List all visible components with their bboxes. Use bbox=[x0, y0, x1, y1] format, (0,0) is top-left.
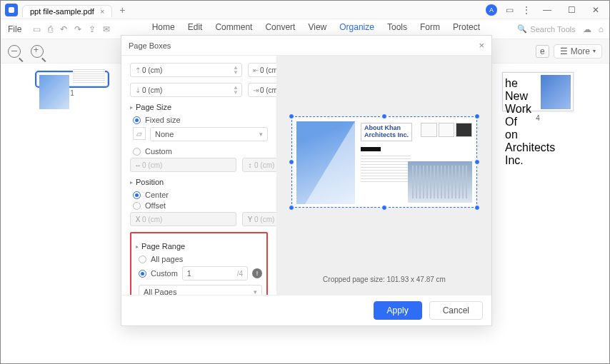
undo-icon[interactable]: ↶ bbox=[60, 24, 67, 34]
hamburger-icon: ☰ bbox=[560, 46, 568, 56]
apply-button[interactable]: Apply bbox=[374, 301, 422, 320]
menu-organize[interactable]: Organize bbox=[339, 22, 374, 36]
crop-handle[interactable] bbox=[474, 159, 480, 165]
margin-bottom-icon: ⇣ bbox=[134, 86, 142, 94]
radio-icon bbox=[133, 191, 141, 199]
custom-height-field: ↕ bbox=[242, 158, 277, 172]
crop-handle[interactable] bbox=[289, 159, 294, 165]
home-icon[interactable]: ⌂ bbox=[599, 24, 604, 34]
radio-icon bbox=[133, 148, 141, 156]
tab-title: ppt file-sample.pdf bbox=[30, 7, 94, 16]
section-page-size: Page Size bbox=[136, 103, 171, 111]
menu-protect[interactable]: Protect bbox=[453, 22, 480, 36]
save-icon[interactable]: ▭ bbox=[33, 24, 41, 34]
share-icon[interactable]: ⇪ bbox=[89, 24, 96, 34]
page-size-select[interactable]: None▾ bbox=[150, 127, 268, 141]
thumb-1-wrap: About KhanArchitects Inc. 1 bbox=[36, 72, 108, 97]
page-boxes-dialog: Page Boxes × ⇡▲▼ ⇤▲▼ ⇣▲▼ ⇥▲▼ ▸Page Size … bbox=[121, 35, 492, 326]
radio-all-pages[interactable]: All pages bbox=[139, 255, 262, 263]
toggle-e-icon[interactable]: e bbox=[536, 45, 549, 58]
margin-bottom-field[interactable]: ⇣▲▼ bbox=[130, 83, 242, 97]
margin-top-field[interactable]: ⇡▲▼ bbox=[130, 63, 242, 77]
crop-handle[interactable] bbox=[381, 113, 387, 119]
margin-right-field[interactable]: ⇥▲▼ bbox=[248, 83, 277, 97]
crop-handle[interactable] bbox=[289, 205, 294, 211]
page-range-input[interactable]: 1 /4 bbox=[182, 266, 248, 280]
radio-center[interactable]: Center bbox=[133, 191, 268, 199]
more-button[interactable]: ☰ More ▾ bbox=[554, 44, 602, 59]
search-tools[interactable]: 🔍 Search Tools bbox=[517, 24, 575, 34]
dialog-title: Page Boxes bbox=[129, 41, 171, 50]
page-thumb-4[interactable]: he New Work Ofon Architects Inc. bbox=[502, 72, 574, 111]
maximize-button[interactable]: ☐ bbox=[564, 5, 579, 15]
thumb-image bbox=[39, 75, 69, 109]
radio-icon bbox=[139, 270, 146, 278]
section-position: Position bbox=[136, 178, 164, 186]
crop-preview[interactable]: About KhanArchitects Inc. bbox=[291, 116, 477, 208]
new-tab-button[interactable]: + bbox=[119, 4, 125, 16]
caret-down-icon: ▾ bbox=[259, 131, 263, 138]
radio-icon bbox=[133, 202, 141, 210]
document-tab[interactable]: ppt file-sample.pdf × bbox=[22, 5, 112, 17]
close-window-button[interactable]: ✕ bbox=[588, 5, 604, 15]
caret-down-icon: ▾ bbox=[254, 288, 257, 295]
caret-down-icon: ▾ bbox=[593, 48, 596, 54]
dialog-close-icon[interactable]: × bbox=[479, 40, 484, 51]
section-page-range: Page Range bbox=[141, 242, 185, 251]
margin-right-icon: ⇥ bbox=[251, 86, 260, 94]
menu-home[interactable]: Home bbox=[152, 22, 175, 36]
crop-handle[interactable] bbox=[474, 113, 480, 119]
orientation-icon[interactable]: ▱ bbox=[133, 127, 146, 140]
offset-x-field: X bbox=[130, 212, 236, 226]
crop-handle[interactable] bbox=[289, 113, 294, 119]
menu-view[interactable]: View bbox=[308, 22, 326, 36]
kebab-menu-icon[interactable]: ⋮ bbox=[522, 5, 531, 15]
preview-title: About KhanArchitects Inc. bbox=[361, 123, 412, 141]
main-menu: Home Edit Comment Convert View Organize … bbox=[152, 22, 480, 36]
crop-size-info: Cropped page size: 101.93 x 47.87 cm bbox=[277, 268, 491, 295]
zoom-in-icon[interactable] bbox=[31, 45, 44, 58]
print-icon[interactable]: ⎙ bbox=[48, 24, 53, 34]
preview-photo bbox=[296, 121, 355, 204]
search-icon: 🔍 bbox=[517, 24, 527, 34]
close-tab-icon[interactable]: × bbox=[100, 7, 104, 16]
radio-offset[interactable]: Offset bbox=[133, 201, 268, 210]
menu-tools[interactable]: Tools bbox=[387, 22, 407, 36]
user-avatar[interactable]: A bbox=[486, 4, 497, 16]
page-range-highlight: ▸Page Range All pages Custom 1 /4 ! All … bbox=[130, 232, 268, 295]
margin-top-icon: ⇡ bbox=[134, 66, 142, 74]
margin-left-icon: ⇤ bbox=[251, 66, 260, 74]
menu-form[interactable]: Form bbox=[420, 22, 440, 36]
quick-tools: ▭ ⎙ ↶ ↷ ⇪ ✉ bbox=[29, 24, 114, 34]
chat-icon[interactable]: ▭ bbox=[506, 5, 514, 15]
minimize-button[interactable]: — bbox=[539, 5, 555, 15]
mail-icon[interactable]: ✉ bbox=[103, 24, 110, 34]
dialog-preview-panel: About KhanArchitects Inc. Cropped page s… bbox=[277, 56, 491, 295]
thumb-image bbox=[541, 75, 571, 109]
zoom-out-icon[interactable] bbox=[8, 45, 21, 58]
dialog-settings-panel: ⇡▲▼ ⇤▲▼ ⇣▲▼ ⇥▲▼ ▸Page Size Fixed size ▱ … bbox=[121, 56, 277, 295]
file-menu[interactable]: File bbox=[1, 24, 29, 34]
crop-handle[interactable] bbox=[474, 205, 480, 211]
menu-convert[interactable]: Convert bbox=[265, 22, 295, 36]
custom-width-field: ↔ bbox=[130, 158, 236, 172]
radio-icon bbox=[133, 116, 141, 124]
redo-icon[interactable]: ↷ bbox=[74, 24, 81, 34]
page-thumb-1[interactable]: About KhanArchitects Inc. bbox=[36, 72, 108, 86]
radio-custom-size[interactable]: Custom bbox=[133, 147, 268, 156]
cancel-button[interactable]: Cancel bbox=[429, 301, 483, 320]
menu-comment[interactable]: Comment bbox=[215, 22, 252, 36]
crop-handle[interactable] bbox=[381, 205, 387, 211]
offset-y-field: Y bbox=[242, 212, 277, 226]
preview-badges bbox=[421, 123, 472, 137]
cloud-icon[interactable]: ☁ bbox=[583, 24, 591, 34]
app-logo-icon bbox=[5, 4, 18, 16]
page-subset-select[interactable]: All Pages▾ bbox=[139, 285, 262, 295]
radio-fixed-size[interactable]: Fixed size bbox=[133, 116, 268, 124]
margin-left-field[interactable]: ⇤▲▼ bbox=[248, 63, 277, 77]
titlebar: ppt file-sample.pdf × + A ▭ ⋮ — ☐ ✕ bbox=[1, 1, 609, 19]
thumb-4-wrap: he New Work Ofon Architects Inc. 4 bbox=[502, 72, 574, 122]
radio-custom-range-label: Custom bbox=[151, 269, 178, 278]
menu-edit[interactable]: Edit bbox=[188, 22, 203, 36]
warning-icon: ! bbox=[252, 268, 262, 278]
